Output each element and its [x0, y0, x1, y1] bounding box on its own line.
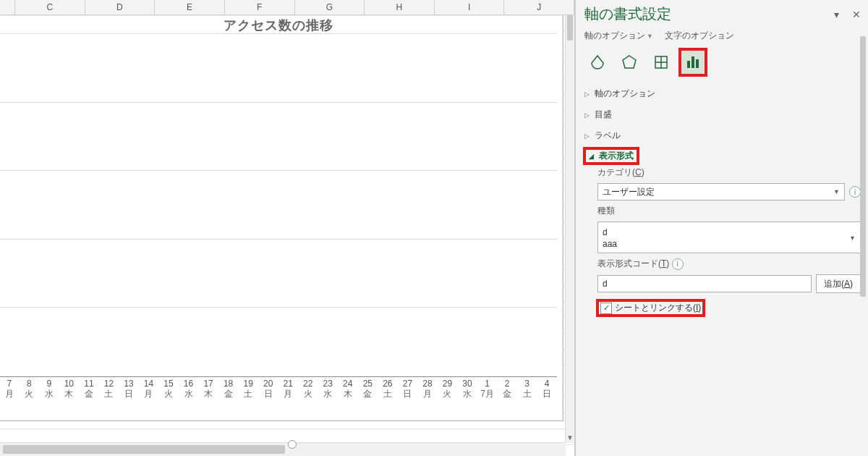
- section-tick-marks[interactable]: ▷目盛: [584, 106, 861, 123]
- column-header[interactable]: I: [435, 0, 505, 14]
- x-axis-tick: 24木: [338, 379, 358, 413]
- column-header[interactable]: E: [155, 0, 225, 14]
- x-axis-tick: 18金: [218, 379, 239, 413]
- format-code-label: 表示形式コード(T) i: [597, 258, 861, 270]
- column-header[interactable]: F: [225, 0, 295, 14]
- type-select[interactable]: d aaa▼: [597, 221, 861, 253]
- pane-title: 軸の書式設定: [584, 4, 671, 24]
- x-axis-tick: 14月: [139, 379, 159, 413]
- x-axis-tick: 27日: [398, 379, 418, 413]
- type-label: 種類: [597, 205, 861, 217]
- x-axis-tick: 15火: [158, 379, 179, 413]
- worksheet-area: CDEFGHIJ アクセス数の推移 7月8火9水10木11金12土13日14月1…: [0, 0, 575, 456]
- x-axis-tick: 20日: [258, 379, 278, 413]
- tab-text-options[interactable]: 文字のオプション: [665, 30, 734, 42]
- x-axis-tick: 26土: [378, 379, 398, 413]
- x-axis-tick: 7月: [0, 379, 20, 413]
- column-header[interactable]: G: [295, 0, 365, 14]
- column-header[interactable]: D: [85, 0, 156, 14]
- x-axis-tick: 29火: [438, 379, 458, 413]
- section-labels[interactable]: ▷ラベル: [584, 127, 861, 144]
- close-pane-icon[interactable]: ✕: [852, 9, 861, 20]
- column-header[interactable]: H: [365, 0, 435, 14]
- svg-rect-5: [692, 56, 694, 68]
- column-header[interactable]: C: [15, 0, 85, 14]
- chart-title[interactable]: アクセス数の推移: [0, 15, 563, 34]
- x-axis-tick: 21月: [278, 379, 298, 413]
- x-axis-tick: 30水: [457, 379, 477, 413]
- pane-options-dropdown-icon[interactable]: ▾: [834, 9, 839, 20]
- checkbox-icon: ✓: [600, 303, 612, 314]
- x-axis-tick: 19土: [238, 379, 258, 413]
- x-axis-tick: 25金: [358, 379, 378, 413]
- sheet-split-handle[interactable]: [288, 440, 297, 449]
- embedded-chart[interactable]: アクセス数の推移 7月8火9水10木11金12土13日14月15火16水17木1…: [0, 14, 563, 421]
- x-axis-tick: 17木: [198, 379, 218, 413]
- category-select[interactable]: ユーザー設定▼: [597, 183, 845, 200]
- add-button[interactable]: 追加(A): [816, 274, 861, 293]
- effects-icon[interactable]: [616, 49, 642, 75]
- select-all-corner[interactable]: [0, 0, 15, 14]
- size-properties-icon[interactable]: [648, 49, 674, 75]
- section-axis-options[interactable]: ▷軸のオプション: [584, 85, 861, 102]
- horizontal-scrollbar[interactable]: [0, 442, 566, 456]
- x-axis-tick: 8火: [20, 379, 40, 413]
- chart-plot-area[interactable]: [0, 34, 557, 377]
- x-axis-tick: 17月: [477, 379, 498, 413]
- column-header[interactable]: J: [504, 0, 574, 14]
- svg-rect-6: [696, 59, 699, 68]
- info-icon[interactable]: i: [672, 258, 684, 270]
- x-axis-tick: 3土: [517, 379, 537, 413]
- axis-options-icon[interactable]: [680, 49, 706, 75]
- x-axis-tick: 23水: [318, 379, 339, 413]
- format-code-input[interactable]: [597, 275, 812, 292]
- x-axis-tick: 2金: [497, 379, 517, 413]
- vertical-scrollbar[interactable]: ▲ ▼: [565, 0, 574, 443]
- fill-line-icon[interactable]: [584, 49, 610, 75]
- x-axis-tick: 16水: [179, 379, 199, 413]
- tab-axis-options[interactable]: 軸のオプション▼: [584, 30, 653, 42]
- scroll-down-icon[interactable]: ▼: [566, 433, 574, 443]
- x-axis-tick: 4日: [537, 379, 557, 413]
- chart-x-axis[interactable]: 7月8火9水10木11金12土13日14月15火16水17木18金19土20日2…: [0, 379, 557, 413]
- x-axis-tick: 11金: [79, 379, 99, 413]
- x-axis-tick: 13日: [119, 379, 139, 413]
- svg-rect-4: [687, 61, 690, 68]
- x-axis-tick: 28月: [417, 379, 438, 413]
- pane-vertical-scrollbar[interactable]: [859, 36, 867, 452]
- x-axis-tick: 9水: [39, 379, 59, 413]
- x-axis-tick: 12土: [99, 379, 119, 413]
- category-label: カテゴリ(C): [597, 166, 861, 179]
- link-to-source-checkbox[interactable]: ✓ シートとリンクする(I): [597, 300, 704, 316]
- column-headers: CDEFGHIJ: [0, 0, 574, 15]
- format-axis-pane: 軸の書式設定 ▾ ✕ 軸のオプション▼ 文字のオプション: [575, 0, 868, 456]
- x-axis-tick: 22火: [298, 379, 318, 413]
- section-number-format[interactable]: ◢表示形式 カテゴリ(C) ユーザー設定▼ i 種類 d aaa▼: [584, 148, 861, 316]
- x-axis-tick: 10木: [59, 379, 80, 413]
- svg-marker-0: [623, 56, 636, 68]
